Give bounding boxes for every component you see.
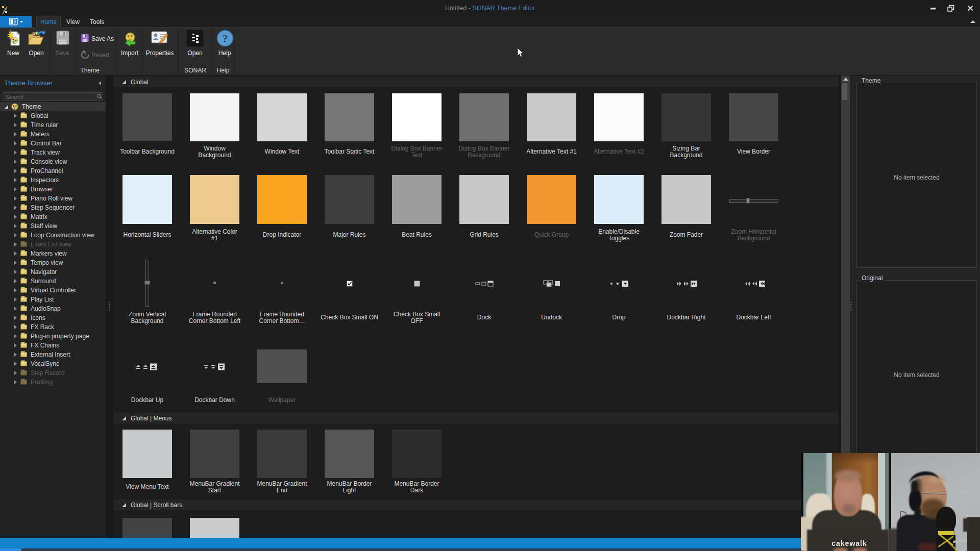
svg-text:?: ? (223, 33, 228, 45)
